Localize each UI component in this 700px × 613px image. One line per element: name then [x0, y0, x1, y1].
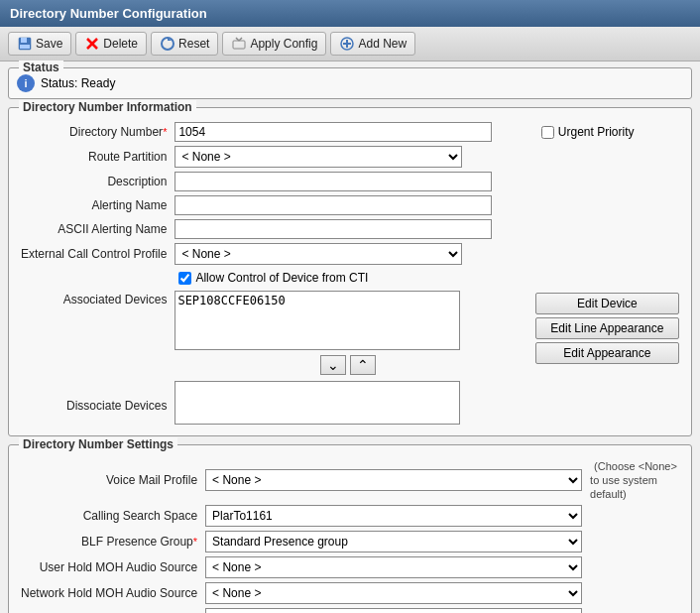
route-partition-label-cell: Route Partition — [17, 144, 171, 170]
apply-config-button[interactable]: Apply Config — [222, 32, 326, 56]
move-arrows: ⌄ ⌃ — [175, 353, 521, 377]
dissociate-devices-textarea[interactable] — [175, 381, 460, 425]
dir-num-settings-label: Directory Number Settings — [19, 437, 177, 451]
user-hold-moh-row: User Hold MOH Audio Source < None > — [17, 554, 683, 580]
voice-mail-profile-row: Voice Mail Profile < None > (Choose <Non… — [17, 457, 683, 503]
info-icon: i — [17, 74, 35, 92]
delete-button[interactable]: Delete — [75, 32, 147, 56]
save-icon — [17, 36, 33, 52]
svg-rect-7 — [233, 41, 245, 49]
move-down-button[interactable]: ⌄ — [320, 355, 346, 375]
voice-mail-hint: (Choose <None> to use system default) — [590, 460, 677, 500]
add-new-button[interactable]: Add New — [330, 32, 415, 56]
dir-num-info-label: Directory Number Information — [19, 100, 196, 114]
calling-search-space-row: Calling Search Space PlarTo1161 — [17, 503, 683, 529]
directory-number-row: Directory Number* Urgent Priority — [17, 120, 683, 144]
edit-line-appearance-button[interactable]: Edit Line Appearance — [535, 317, 679, 339]
reset-button[interactable]: Reset — [151, 32, 218, 56]
user-hold-moh-select[interactable]: < None > — [205, 556, 582, 578]
associated-devices-row: Associated Devices SEP108CCFE06150 ⌄ ⌃ E… — [17, 289, 683, 379]
apply-config-icon — [231, 36, 247, 52]
dir-num-settings-table: Voice Mail Profile < None > (Choose <Non… — [17, 457, 683, 613]
delete-icon — [84, 36, 100, 52]
blf-presence-group-row: BLF Presence Group* Standard Presence gr… — [17, 529, 683, 554]
edit-appearance-button[interactable]: Edit Appearance — [535, 342, 679, 364]
alerting-name-row: Alerting Name — [17, 193, 683, 217]
network-hold-moh-select[interactable]: < None > — [205, 582, 582, 604]
urgent-priority-checkbox[interactable] — [541, 126, 554, 139]
blf-required-star: * — [193, 536, 197, 548]
toolbar: Save Delete Reset Apply Config Add New — [0, 27, 700, 61]
allow-cti-label: Allow Control of Device from CTI — [195, 271, 368, 285]
main-content: Status i Status: Ready Directory Number … — [0, 61, 700, 613]
route-partition-row: Route Partition < None > — [17, 144, 683, 170]
dir-num-settings-section: Directory Number Settings Voice Mail Pro… — [8, 444, 692, 613]
network-hold-moh-row: Network Hold MOH Audio Source < None > — [17, 580, 683, 606]
dir-num-info-content: Directory Number* Urgent Priority Ro — [9, 108, 691, 435]
dir-num-settings-content: Voice Mail Profile < None > (Choose <Non… — [9, 445, 691, 613]
dissociate-devices-row: Dissociate Devices — [17, 379, 683, 429]
associated-devices-textarea[interactable]: SEP108CCFE06150 — [175, 291, 460, 350]
status-section-label: Status — [19, 61, 63, 74]
edit-buttons: Edit Device Edit Line Appearance Edit Ap… — [529, 293, 679, 364]
directory-number-input[interactable] — [175, 122, 492, 142]
allow-cti-checkbox[interactable] — [178, 272, 191, 285]
move-up-button[interactable]: ⌃ — [350, 355, 376, 375]
external-call-row: External Call Control Profile < None > — [17, 241, 683, 267]
status-text: Status: Ready — [41, 76, 115, 90]
page-title: Directory Number Configuration — [10, 6, 207, 21]
auto-answer-row: Auto Answer* Auto Answer Off — [17, 606, 683, 613]
alerting-name-input[interactable] — [175, 195, 492, 215]
ascii-alerting-name-input[interactable] — [175, 219, 492, 239]
title-bar: Directory Number Configuration — [0, 0, 700, 27]
dir-num-info-table: Directory Number* Urgent Priority Ro — [17, 120, 683, 429]
auto-answer-select[interactable]: Auto Answer Off — [205, 608, 582, 613]
add-new-icon — [339, 36, 355, 52]
save-button[interactable]: Save — [8, 32, 71, 56]
directory-number-label-cell: Directory Number* — [17, 120, 171, 144]
status-row: i Status: Ready — [9, 68, 691, 98]
urgent-priority-label: Urgent Priority — [558, 125, 635, 139]
calling-search-space-select[interactable]: PlarTo1161 — [205, 505, 582, 527]
reset-icon — [160, 36, 175, 52]
dir-num-info-section: Directory Number Information Directory N… — [8, 107, 692, 436]
required-star: * — [163, 126, 167, 138]
blf-presence-group-select[interactable]: Standard Presence group — [205, 531, 582, 552]
description-input[interactable] — [175, 172, 492, 191]
svg-rect-2 — [20, 45, 30, 49]
edit-device-button[interactable]: Edit Device — [535, 293, 679, 314]
allow-cti-row: Allow Control of Device from CTI — [17, 267, 683, 289]
route-partition-select[interactable]: < None > — [175, 146, 462, 168]
voice-mail-profile-select[interactable]: < None > — [205, 469, 582, 491]
status-section: Status i Status: Ready — [8, 67, 692, 99]
ascii-alerting-name-row: ASCII Alerting Name — [17, 217, 683, 241]
external-call-select[interactable]: < None > — [175, 243, 462, 265]
description-row: Description — [17, 170, 683, 193]
svg-rect-1 — [21, 38, 27, 43]
